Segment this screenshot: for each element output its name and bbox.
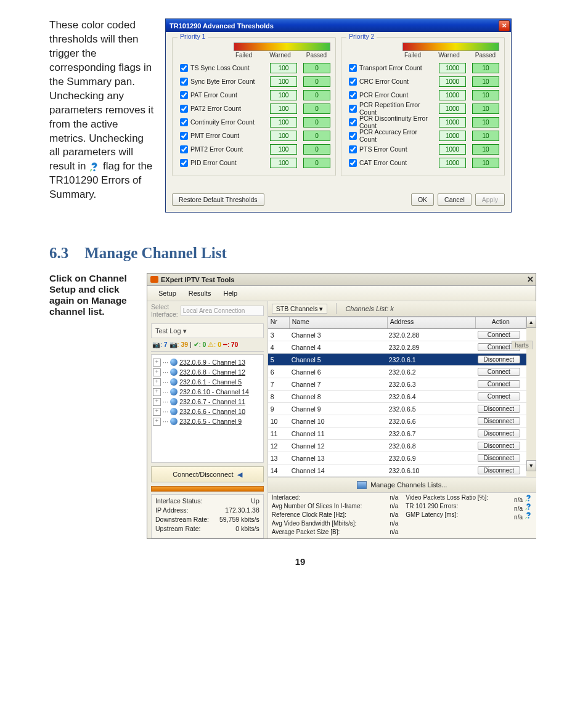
expand-icon[interactable]: + bbox=[153, 378, 161, 386]
warned-value[interactable]: 10 bbox=[472, 90, 499, 100]
action-button[interactable]: Disconnect bbox=[478, 405, 520, 413]
failed-value[interactable]: 100 bbox=[270, 103, 297, 114]
failed-value[interactable]: 100 bbox=[270, 63, 297, 73]
failed-value[interactable]: 100 bbox=[270, 117, 297, 128]
failed-value[interactable]: 1000 bbox=[439, 90, 466, 100]
warned-value[interactable]: 0 bbox=[303, 76, 330, 87]
action-button[interactable]: Connect bbox=[478, 331, 520, 339]
action-button[interactable]: Disconnect bbox=[478, 429, 520, 437]
warned-value[interactable]: 10 bbox=[472, 117, 499, 128]
failed-value[interactable]: 100 bbox=[270, 76, 297, 87]
action-button[interactable]: Disconnect bbox=[478, 454, 520, 462]
warned-value[interactable]: 0 bbox=[303, 90, 330, 100]
table-row[interactable]: 6 Channel 6 232.0.6.2 Connect bbox=[268, 366, 526, 378]
manage-channels-button[interactable]: Manage Channels Lists... bbox=[268, 477, 536, 492]
threshold-checkbox[interactable] bbox=[180, 91, 188, 99]
warned-value[interactable]: 10 bbox=[472, 131, 499, 141]
expand-icon[interactable]: + bbox=[153, 359, 161, 367]
tree-item[interactable]: + ··· 232.0.6.8 - Channel 12 bbox=[153, 367, 262, 377]
threshold-checkbox[interactable] bbox=[180, 78, 188, 86]
warned-value[interactable]: 10 bbox=[472, 144, 499, 155]
warned-value[interactable]: 0 bbox=[303, 63, 330, 73]
table-row[interactable]: 8 Channel 8 232.0.6.4 Connect bbox=[268, 391, 526, 403]
table-row[interactable]: 4 Channel 4 232.0.2.89 Connect bbox=[268, 341, 526, 354]
threshold-checkbox[interactable] bbox=[349, 132, 357, 140]
threshold-checkbox[interactable] bbox=[349, 118, 357, 126]
threshold-checkbox[interactable] bbox=[180, 132, 188, 140]
tree-item[interactable]: + ··· 232.0.6.9 - Channel 13 bbox=[153, 357, 262, 367]
menu-setup[interactable]: Setup bbox=[158, 290, 176, 297]
failed-value[interactable]: 1000 bbox=[439, 63, 466, 73]
expand-icon[interactable]: + bbox=[153, 388, 161, 396]
stb-channels-dropdown[interactable]: STB Channels ▾ bbox=[272, 304, 328, 314]
expand-icon[interactable]: + bbox=[153, 408, 161, 416]
table-row[interactable]: 10 Channel 10 232.0.6.6 Disconnect bbox=[268, 415, 526, 428]
failed-value[interactable]: 1000 bbox=[439, 158, 466, 168]
tree-item[interactable]: + ··· 232.0.6.10 - Channel 14 bbox=[153, 387, 262, 397]
charts-tab[interactable]: harts bbox=[512, 341, 533, 349]
threshold-checkbox[interactable] bbox=[180, 105, 188, 113]
tree-item[interactable]: + ··· 232.0.6.5 - Channel 9 bbox=[153, 416, 262, 426]
failed-value[interactable]: 1000 bbox=[439, 144, 466, 155]
action-button[interactable]: Connect bbox=[478, 368, 520, 376]
warned-value[interactable]: 0 bbox=[303, 158, 330, 168]
table-row[interactable]: 5 Channel 5 232.0.6.1 Disconnect bbox=[268, 354, 526, 366]
threshold-checkbox[interactable] bbox=[349, 145, 357, 153]
table-row[interactable]: 13 Channel 13 232.0.6.9 Disconnect bbox=[268, 452, 526, 465]
table-row[interactable]: 12 Channel 12 232.0.6.8 Disconnect bbox=[268, 440, 526, 452]
threshold-checkbox[interactable] bbox=[180, 118, 188, 126]
expand-icon[interactable]: + bbox=[153, 368, 161, 376]
warned-value[interactable]: 0 bbox=[303, 117, 330, 128]
action-button[interactable]: Connect bbox=[478, 380, 520, 388]
expand-icon[interactable]: + bbox=[153, 418, 161, 426]
table-row[interactable]: 3 Channel 3 232.0.2.88 Connect bbox=[268, 329, 526, 341]
ok-button[interactable]: OK bbox=[411, 193, 434, 206]
threshold-checkbox[interactable] bbox=[180, 64, 188, 72]
warned-value[interactable]: 0 bbox=[303, 144, 330, 155]
threshold-checkbox[interactable] bbox=[349, 105, 357, 113]
restore-defaults-button[interactable]: Restore Default Thresholds bbox=[172, 193, 264, 206]
apply-button[interactable]: Apply bbox=[475, 193, 505, 206]
tree-item[interactable]: + ··· 232.0.6.7 - Channel 11 bbox=[153, 397, 262, 407]
connect-disconnect-button[interactable]: Connect/Disconnect ◀ bbox=[151, 466, 264, 482]
warned-value[interactable]: 0 bbox=[303, 103, 330, 114]
table-row[interactable]: 7 Channel 7 232.0.6.3 Connect bbox=[268, 378, 526, 391]
action-button[interactable]: Disconnect bbox=[478, 355, 520, 363]
threshold-checkbox[interactable] bbox=[349, 159, 357, 167]
failed-value[interactable]: 1000 bbox=[439, 103, 466, 114]
failed-value[interactable]: 1000 bbox=[439, 131, 466, 141]
action-button[interactable]: Connect bbox=[478, 392, 520, 400]
warned-value[interactable]: 10 bbox=[472, 158, 499, 168]
failed-value[interactable]: 1000 bbox=[439, 76, 466, 87]
menu-help[interactable]: Help bbox=[223, 290, 237, 297]
tree-item[interactable]: + ··· 232.0.6.6 - Channel 10 bbox=[153, 407, 262, 416]
action-button[interactable]: Disconnect bbox=[478, 466, 520, 474]
table-row[interactable]: 9 Channel 9 232.0.6.5 Disconnect bbox=[268, 403, 526, 415]
tree-item[interactable]: + ··· 232.0.6.1 - Channel 5 bbox=[153, 377, 262, 387]
failed-value[interactable]: 100 bbox=[270, 158, 297, 168]
expand-icon[interactable]: + bbox=[153, 398, 161, 406]
close-icon[interactable]: ✕ bbox=[499, 20, 510, 31]
threshold-checkbox[interactable] bbox=[180, 159, 188, 167]
close-icon[interactable]: ✕ bbox=[527, 275, 534, 284]
failed-value[interactable]: 100 bbox=[270, 131, 297, 141]
interface-input[interactable] bbox=[181, 306, 264, 316]
menu-results[interactable]: Results bbox=[189, 290, 211, 297]
channel-tree[interactable]: + ··· 232.0.6.9 - Channel 13 + ··· 232.0… bbox=[151, 354, 264, 463]
table-row[interactable]: 14 Channel 14 232.0.6.10 Disconnect bbox=[268, 465, 526, 477]
warned-value[interactable]: 10 bbox=[472, 76, 499, 87]
failed-value[interactable]: 100 bbox=[270, 90, 297, 100]
threshold-checkbox[interactable] bbox=[180, 145, 188, 153]
action-button[interactable]: Disconnect bbox=[478, 442, 520, 450]
warned-value[interactable]: 0 bbox=[303, 131, 330, 141]
warned-value[interactable]: 10 bbox=[472, 63, 499, 73]
threshold-checkbox[interactable] bbox=[349, 91, 357, 99]
failed-value[interactable]: 1000 bbox=[439, 117, 466, 128]
failed-value[interactable]: 100 bbox=[270, 144, 297, 155]
threshold-checkbox[interactable] bbox=[349, 78, 357, 86]
warned-value[interactable]: 10 bbox=[472, 103, 499, 114]
table-row[interactable]: 11 Channel 11 232.0.6.7 Disconnect bbox=[268, 428, 526, 440]
action-button[interactable]: Disconnect bbox=[478, 417, 520, 425]
threshold-checkbox[interactable] bbox=[349, 64, 357, 72]
cancel-button[interactable]: Cancel bbox=[438, 193, 472, 206]
